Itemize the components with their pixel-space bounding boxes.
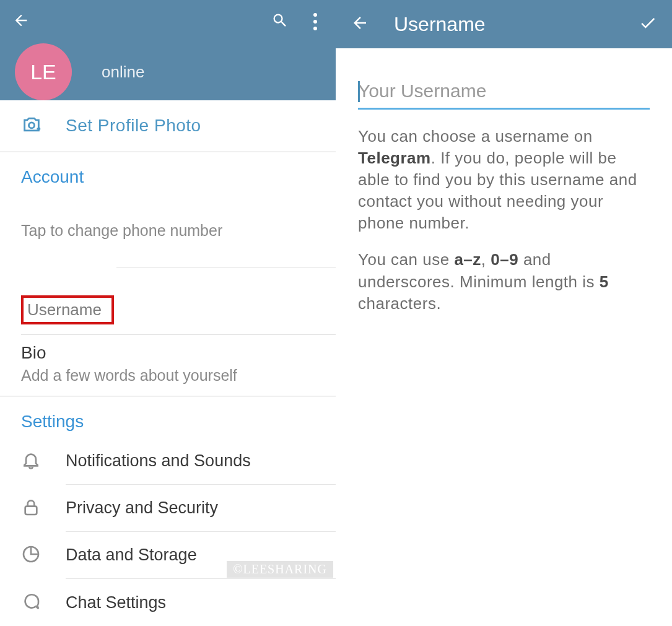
account-section-title: Account <box>0 152 336 193</box>
dot-icon <box>313 27 317 30</box>
lock-icon <box>21 497 41 517</box>
appbar: Username <box>336 0 672 48</box>
bio-hint: Add a few words about yourself <box>21 367 315 385</box>
edit-username-screen: Username You can choose a username on Te… <box>336 0 672 626</box>
settings-item-label: Privacy and Security <box>66 485 336 532</box>
pie-chart-icon <box>21 544 41 564</box>
username-input[interactable] <box>358 78 650 110</box>
dot-icon <box>313 20 317 24</box>
back-button[interactable] <box>351 14 369 35</box>
username-row[interactable]: Username <box>0 295 336 324</box>
profile-settings-screen: LE online Set Profile Photo Account Tap … <box>0 0 336 626</box>
appbar-title: Username <box>394 13 486 36</box>
search-icon <box>271 12 289 29</box>
arrow-left-icon <box>12 12 30 29</box>
arrow-left-icon <box>351 14 369 32</box>
confirm-button[interactable] <box>639 14 657 35</box>
more-button[interactable] <box>313 13 317 30</box>
svg-rect-3 <box>25 506 37 515</box>
camera-add-icon <box>21 114 42 135</box>
settings-item-label: Chat Settings <box>66 579 336 626</box>
set-profile-photo-label: Set Profile Photo <box>66 116 201 136</box>
username-help-text: You can choose a username on Telegram. I… <box>336 110 672 329</box>
back-button[interactable] <box>12 12 30 32</box>
check-icon <box>639 14 657 32</box>
bell-icon <box>21 450 41 470</box>
svg-point-0 <box>28 123 34 128</box>
watermark: ©LEESHARING <box>227 561 333 578</box>
bio-label: Bio <box>21 343 315 363</box>
username-label-highlighted: Username <box>21 295 114 324</box>
chat-icon <box>21 591 41 611</box>
settings-item-chat-settings[interactable]: Chat Settings <box>21 579 336 626</box>
settings-item-label: Notifications and Sounds <box>66 438 336 485</box>
toolbar <box>0 0 336 43</box>
text-cursor <box>358 81 360 102</box>
change-phone-row[interactable]: Tap to change phone number <box>21 193 315 240</box>
settings-item-notifications[interactable]: Notifications and Sounds <box>21 438 336 485</box>
settings-item-privacy[interactable]: Privacy and Security <box>21 485 336 532</box>
bio-row[interactable]: Bio Add a few words about yourself <box>0 334 336 396</box>
dot-icon <box>313 13 317 17</box>
set-profile-photo-row[interactable]: Set Profile Photo <box>0 100 336 151</box>
settings-list: Notifications and Sounds Privacy and Sec… <box>0 438 336 626</box>
avatar[interactable]: LE <box>15 43 72 100</box>
online-status: online <box>102 63 144 82</box>
settings-section-title: Settings <box>0 397 336 438</box>
search-button[interactable] <box>271 12 289 32</box>
profile-header: LE online <box>0 0 336 100</box>
